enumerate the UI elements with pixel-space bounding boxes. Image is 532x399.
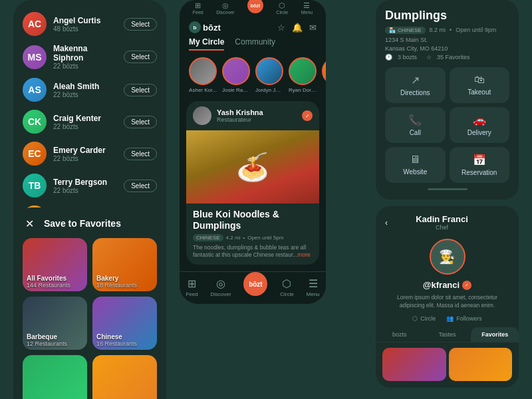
back-icon[interactable]: ‹ bbox=[385, 218, 388, 227]
favorites-category-item[interactable]: Thai bbox=[92, 355, 157, 399]
category-name: Bakery bbox=[96, 275, 137, 282]
profile-handle: @kfranci ✓ bbox=[376, 280, 519, 290]
send-icon[interactable]: ✉ bbox=[309, 23, 317, 33]
circle-icon: ⬡ bbox=[282, 277, 291, 290]
tab-my-circle[interactable]: My Circle bbox=[189, 37, 224, 51]
mini-circle-icon: ⬡ bbox=[279, 1, 285, 10]
circle-avatar-item[interactable]: Jordyn Jones bbox=[255, 57, 283, 93]
directions-label: Directions bbox=[400, 89, 430, 96]
circle-avatar bbox=[322, 57, 326, 85]
select-button[interactable]: Select bbox=[124, 180, 157, 192]
directions-tile[interactable]: ↗ Directions bbox=[385, 67, 446, 103]
select-button[interactable]: Select bbox=[124, 18, 157, 31]
distance-text: 4.2 mi bbox=[226, 235, 241, 241]
bell-icon[interactable]: 🔔 bbox=[292, 23, 303, 33]
bozt-button[interactable]: bōzt bbox=[243, 272, 267, 296]
circle-avatar-item[interactable]: Josie Ramie... bbox=[222, 57, 250, 93]
favorites-category-item[interactable]: Barbeque 12 Restaurants bbox=[23, 297, 87, 350]
favorites-category-item[interactable]: Chinese 16 Restaurants bbox=[92, 297, 157, 350]
delivery-label: Delivery bbox=[467, 129, 491, 136]
follower-count: 22 bözts bbox=[53, 91, 117, 98]
follower-count: 48 bözts bbox=[53, 25, 117, 33]
select-button[interactable]: Select bbox=[124, 148, 157, 160]
mini-nav-feed[interactable]: ⊞ Feed bbox=[193, 1, 203, 15]
tab-community[interactable]: Community bbox=[235, 37, 275, 51]
category-label: Bakery 18 Restaurants bbox=[96, 275, 137, 289]
mini-nav-menu[interactable]: ☰ Menu bbox=[301, 1, 313, 15]
follower-name: Craig Kenter bbox=[53, 114, 117, 123]
feed-user-name: Yash Krishna bbox=[217, 108, 297, 116]
circle-avatar-item[interactable]: Ryan Dorwart bbox=[289, 57, 317, 93]
save-to-favorites-panel: ✕ Save to Favorites All Favorites 144 Re… bbox=[13, 207, 166, 399]
more-link[interactable]: more bbox=[297, 251, 310, 258]
nav-menu[interactable]: ☰ Menu bbox=[307, 277, 320, 297]
favorites-count: 35 Favorites bbox=[437, 54, 470, 61]
delivery-tile[interactable]: 🚗 Delivery bbox=[450, 107, 510, 143]
tab-row: My Circle Community bbox=[180, 37, 326, 51]
nav-circle[interactable]: ⬡ Circle bbox=[280, 277, 293, 297]
follower-info: Aleah Smith 22 bözts bbox=[53, 82, 117, 98]
category-count: 12 Restaurants bbox=[27, 340, 67, 347]
follower-item: AC Angel Curtis 48 bözts Select bbox=[13, 8, 166, 40]
takeout-tile[interactable]: 🛍 Takeout bbox=[450, 67, 510, 103]
bozt-favorites-row: 🕐 3 bozts ☆ 35 Favorites bbox=[385, 54, 509, 61]
menu-label: Menu bbox=[307, 291, 320, 297]
call-label: Call bbox=[410, 129, 421, 136]
select-button[interactable]: Select bbox=[124, 51, 157, 63]
category-label: All Favorites 144 Restaurants bbox=[27, 275, 70, 289]
mini-menu-label: Menu bbox=[301, 10, 313, 15]
tab-tastes[interactable]: Tastes bbox=[424, 327, 471, 342]
distance-text: 8.2 mi bbox=[430, 27, 446, 33]
favorites-category-item[interactable]: Deli bbox=[23, 355, 87, 399]
feed-icon: ⊞ bbox=[188, 277, 196, 290]
feed-card-header: Yash Krishna Restaurateur ✓ bbox=[186, 101, 319, 130]
mini-feed-label: Feed bbox=[193, 10, 203, 15]
profile-name: Kadin Franci bbox=[393, 214, 491, 224]
mini-nav-circle[interactable]: ⬡ Circle bbox=[276, 1, 288, 15]
nav-bozt[interactable]: bōzt bbox=[243, 277, 267, 297]
takeout-icon: 🛍 bbox=[474, 74, 485, 86]
mini-bozt-button[interactable]: bōzt bbox=[247, 0, 263, 13]
follower-info: Angel Curtis 48 bözts bbox=[53, 16, 117, 33]
favorites-category-item[interactable]: All Favorites 144 Restaurants bbox=[23, 238, 87, 291]
profile-photo[interactable] bbox=[382, 348, 446, 381]
nav-feed[interactable]: ⊞ Feed bbox=[186, 277, 198, 297]
open-hours: Open until 9pm bbox=[456, 27, 496, 33]
close-icon[interactable]: ✕ bbox=[23, 217, 36, 230]
website-tile[interactable]: 🖥 Website bbox=[385, 147, 446, 183]
select-button[interactable]: Select bbox=[124, 116, 157, 128]
circle-stat[interactable]: ⬡ Circle bbox=[412, 315, 436, 322]
circle-stat-icon: ⬡ bbox=[412, 315, 418, 322]
follower-info: Craig Kenter 22 bözts bbox=[53, 114, 117, 130]
profile-avatar: 👨‍🍳 bbox=[430, 239, 466, 275]
profile-avatar-section: 👨‍🍳 bbox=[376, 239, 519, 275]
star-icon[interactable]: ☆ bbox=[277, 23, 285, 33]
feed-header: b bōzt ☆ 🔔 ✉ bbox=[180, 16, 326, 37]
menu-icon: ☰ bbox=[309, 277, 318, 290]
select-button[interactable]: Select bbox=[124, 84, 157, 96]
circle-avatar-item[interactable]: P... bbox=[322, 57, 326, 93]
mini-nav-discover[interactable]: ◎ Discover bbox=[216, 1, 234, 15]
category-count: 144 Restaurants bbox=[27, 282, 70, 289]
restaurant-detail-panel: Dumplings 🏪 CHINESE 8.2 mi • Open until … bbox=[376, 0, 519, 200]
circle-avatar-item[interactable]: Asher Kor... bbox=[189, 57, 217, 93]
discover-label: Discover bbox=[210, 291, 231, 297]
tab-favorites[interactable]: Favorites bbox=[471, 327, 519, 342]
open-until-text: • bbox=[243, 235, 245, 241]
restaurant-description: The noodles, dumplings & bubble teas are… bbox=[193, 244, 313, 260]
feed-card[interactable]: Yash Krishna Restaurateur ✓ Blue Koi Noo… bbox=[186, 101, 319, 265]
follower-item: AS Aleah Smith 22 bözts Select bbox=[13, 74, 166, 106]
call-tile[interactable]: 📞 Call bbox=[385, 107, 446, 143]
scroll-indicator bbox=[428, 188, 467, 190]
mini-circle-label: Circle bbox=[276, 10, 288, 15]
nav-discover[interactable]: ◎ Discover bbox=[210, 277, 231, 297]
profile-photo[interactable] bbox=[449, 348, 513, 381]
follower-count: 22 bözts bbox=[53, 63, 117, 70]
favorites-category-item[interactable]: Bakery 18 Restaurants bbox=[92, 238, 157, 291]
separator: • bbox=[450, 27, 452, 33]
followers-stat[interactable]: 👥 Followers bbox=[446, 315, 482, 322]
reservation-tile[interactable]: 📅 Reservation bbox=[450, 147, 510, 183]
tab-bozts[interactable]: bozts bbox=[376, 327, 424, 342]
follower-item: TB Terry Bergson 22 bözts Select bbox=[13, 170, 166, 201]
profile-tabs: bozts Tastes Favorites bbox=[376, 327, 519, 342]
